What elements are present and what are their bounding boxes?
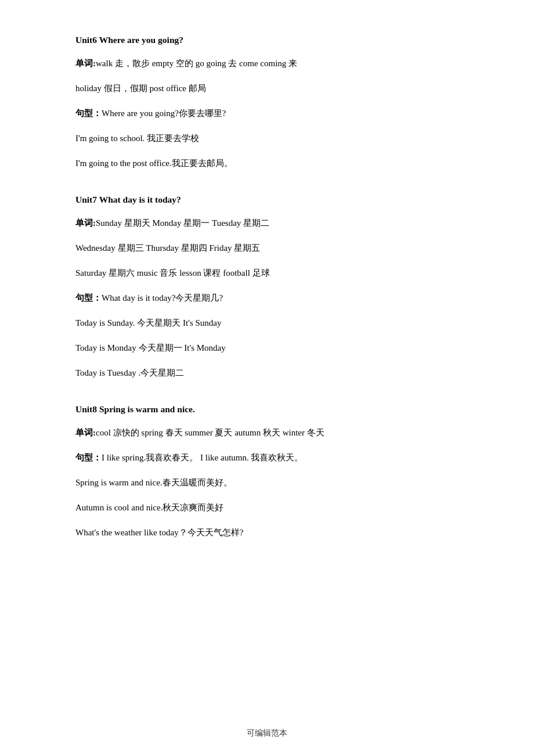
unit7-vocab-1: Sunday 星期天 Monday 星期一 Tuesday 星期二 [96, 218, 269, 228]
unit8-vocab-label: 单词: [75, 428, 96, 437]
unit6-line-2: holiday 假日，假期 post office 邮局 [75, 81, 459, 96]
unit8-example-text-1: Spring is warm and nice.春天温暖而美好。 [75, 478, 232, 487]
section-unit7: Unit7 What day is it today? 单词:Sunday 星期… [75, 195, 459, 381]
unit6-vocab-label-1: 单词: [75, 59, 96, 68]
unit6-sentence-text-1: Where are you going?你要去哪里? [102, 109, 226, 118]
page: Unit6 Where are you going? 单词:walk 走，散步 … [0, 0, 534, 756]
unit7-title: Unit7 What day is it today? [75, 195, 459, 205]
unit8-sentence-text: I like spring.我喜欢春天。 I like autumn. 我喜欢秋… [102, 453, 303, 462]
unit8-line-1: 单词:cool 凉快的 spring 春天 summer 夏天 autumn 秋… [75, 425, 459, 441]
unit7-sentence-text: What day is it today?今天星期几? [102, 293, 223, 303]
unit7-example-text-2: Today is Monday 今天星期一 It's Monday [75, 343, 226, 352]
unit6-line-1: 单词:walk 走，散步 empty 空的 go going 去 come co… [75, 56, 459, 71]
unit7-vocab-2: Wednesday 星期三 Thursday 星期四 Friday 星期五 [75, 243, 260, 253]
unit8-example-text-3: What's the weather like today？今天天气怎样? [75, 528, 243, 537]
unit7-line-1: 单词:Sunday 星期天 Monday 星期一 Tuesday 星期二 [75, 215, 459, 231]
unit6-example-text-2: I'm going to the post office.我正要去邮局。 [75, 159, 233, 168]
section-unit8: Unit8 Spring is warm and nice. 单词:cool 凉… [75, 404, 459, 541]
unit6-vocab-1: walk 走，散步 empty 空的 go going 去 come comin… [96, 59, 297, 68]
unit6-vocab-2: holiday 假日，假期 post office 邮局 [75, 84, 206, 93]
unit6-sentence-1: 句型：Where are you going?你要去哪里? [75, 106, 459, 121]
unit7-example-text-1: Today is Sunday. 今天星期天 It's Sunday [75, 318, 222, 327]
unit7-sentence-1: 句型：What day is it today?今天星期几? [75, 290, 459, 306]
unit8-example-3: What's the weather like today？今天天气怎样? [75, 525, 459, 541]
unit8-example-1: Spring is warm and nice.春天温暖而美好。 [75, 475, 459, 491]
page-footer: 可编辑范本 [0, 728, 534, 739]
unit6-sentence-label-1: 句型： [75, 109, 102, 118]
unit6-example-1: I'm going to school. 我正要去学校 [75, 131, 459, 146]
footer-text: 可编辑范本 [247, 729, 287, 737]
unit7-example-text-3: Today is Tuesday .今天星期二 [75, 368, 184, 377]
unit8-sentence-label: 句型： [75, 453, 102, 462]
unit8-example-2: Autumn is cool and nice.秋天凉爽而美好 [75, 500, 459, 516]
unit7-sentence-label: 句型： [75, 293, 102, 303]
unit6-example-2: I'm going to the post office.我正要去邮局。 [75, 156, 459, 171]
unit7-vocab-label: 单词: [75, 218, 96, 228]
unit7-line-3: Saturday 星期六 music 音乐 lesson 课程 football… [75, 265, 459, 281]
unit8-vocab-1: cool 凉快的 spring 春天 summer 夏天 autumn 秋天 w… [96, 428, 324, 437]
unit8-title: Unit8 Spring is warm and nice. [75, 404, 459, 415]
unit7-vocab-3: Saturday 星期六 music 音乐 lesson 课程 football… [75, 268, 270, 278]
unit7-example-3: Today is Tuesday .今天星期二 [75, 365, 459, 381]
unit8-sentence-1: 句型：I like spring.我喜欢春天。 I like autumn. 我… [75, 450, 459, 466]
unit6-example-text-1: I'm going to school. 我正要去学校 [75, 134, 199, 143]
section-unit6: Unit6 Where are you going? 单词:walk 走，散步 … [75, 35, 459, 171]
unit8-example-text-2: Autumn is cool and nice.秋天凉爽而美好 [75, 503, 223, 512]
unit6-title: Unit6 Where are you going? [75, 35, 459, 45]
unit7-example-1: Today is Sunday. 今天星期天 It's Sunday [75, 315, 459, 331]
unit7-example-2: Today is Monday 今天星期一 It's Monday [75, 340, 459, 356]
unit7-line-2: Wednesday 星期三 Thursday 星期四 Friday 星期五 [75, 240, 459, 256]
